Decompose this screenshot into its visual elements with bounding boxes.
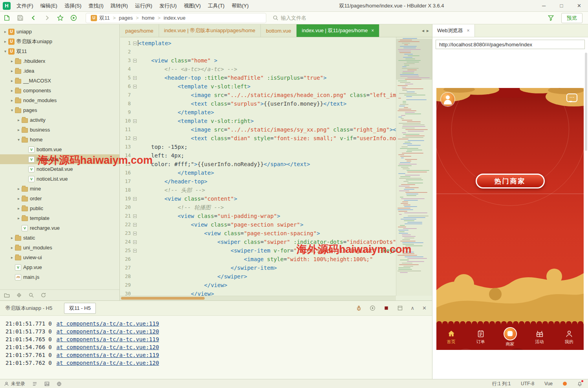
expand-arrow[interactable]: ▾ (16, 137, 22, 142)
tree-item[interactable]: ▸uview-ui (0, 253, 119, 262)
back-icon[interactable] (27, 13, 40, 23)
preview-button[interactable]: 预览 (561, 13, 583, 23)
tree-item[interactable]: ▸business (0, 125, 119, 135)
image-icon[interactable] (44, 381, 49, 386)
tree-item[interactable]: ▸components (0, 86, 119, 95)
expand-arrow[interactable]: ▸ (9, 88, 15, 93)
expand-arrow[interactable]: ▾ (2, 49, 8, 53)
update-dot-icon[interactable] (563, 382, 567, 386)
tree-item[interactable]: ▸public (0, 203, 119, 213)
log-source-link[interactable]: at components/a-tc/a-tc.vue:120 (57, 328, 159, 335)
bell-icon[interactable] (577, 381, 583, 386)
fold-marker-icon[interactable] (132, 212, 138, 220)
maximize-icon[interactable]: □ (553, 0, 570, 12)
menu-item[interactable]: 视图(V) (180, 0, 204, 12)
tab-scroll-right-icon[interactable]: ▸ (427, 28, 429, 33)
expand-arrow[interactable]: ▸ (9, 79, 15, 83)
browser-tab-close-icon[interactable]: × (467, 28, 470, 33)
console-tab[interactable]: 帝启版本uniapp - H5 (5, 305, 52, 312)
expand-arrow[interactable]: ▸ (9, 236, 15, 240)
code-line[interactable]: 24 <swiper class="swiper" :indicator-dot… (120, 238, 396, 246)
code-line[interactable]: 4 <!-- <a-tc></a-tc> --> (120, 65, 396, 73)
fold-marker-icon[interactable] (132, 246, 138, 255)
tree-item[interactable]: Vrecharge.vue (0, 223, 119, 233)
tab-bar-item-activity[interactable]: 活动 (525, 329, 554, 345)
code-line[interactable]: 7 <image src="../../static/images/heade_… (120, 91, 396, 99)
expand-arrow[interactable]: ▸ (9, 59, 15, 63)
new-folder-icon[interactable] (4, 292, 10, 298)
preview-scrollbar[interactable] (585, 53, 587, 151)
tree-item[interactable]: ▸U帝启版本uniapp (0, 37, 119, 46)
expand-arrow[interactable]: ▸ (16, 196, 22, 201)
search-input[interactable] (281, 15, 399, 21)
tree-item[interactable]: ▸Uuniapp (0, 27, 119, 37)
fold-marker-icon[interactable] (132, 82, 138, 91)
code-line[interactable]: 5 <header-top :title="headTitle" :isSurp… (120, 73, 396, 82)
fold-marker-icon[interactable] (132, 194, 138, 203)
language-mode[interactable]: Vue (544, 381, 553, 386)
minimap-viewport[interactable] (396, 39, 432, 80)
code-line[interactable]: 26 <image style="width: 100%;height:100%… (120, 255, 396, 264)
code-line[interactable]: 18 <!-- 头部 --> (120, 186, 396, 194)
expand-arrow[interactable]: ▾ (9, 108, 15, 112)
code-line[interactable]: 29 </view> (120, 281, 396, 289)
tree-item[interactable]: VnoticeList.vue (0, 174, 119, 184)
expand-arrow[interactable]: ▸ (16, 118, 22, 122)
minimap[interactable] (396, 37, 432, 296)
file-search[interactable] (273, 15, 544, 21)
breadcrumb-item[interactable]: home (142, 15, 155, 21)
code-line[interactable]: 1<template> (120, 39, 396, 48)
tab-scroll-left-icon[interactable]: ◂ (422, 28, 424, 33)
log-source-link[interactable]: at components/a-tc/a-tc.vue:120 (57, 360, 159, 366)
breadcrumb-item[interactable]: pages (119, 15, 133, 21)
browser-tab[interactable]: Web浏览器 × (432, 24, 475, 37)
menu-item[interactable]: 运行(R) (132, 0, 156, 12)
code-line[interactable]: 20 <!-- 轮播图 --> (120, 203, 396, 212)
close-icon[interactable]: ✕ (570, 0, 588, 12)
horizontal-scrollbar[interactable] (120, 296, 396, 300)
code-line[interactable]: 6 <template v-slot:left> (120, 82, 396, 91)
code-line[interactable]: 13 top: -15px; (120, 143, 396, 151)
expand-arrow[interactable]: ▸ (9, 98, 15, 102)
tree-item[interactable]: ▸activity (0, 115, 119, 125)
log-source-link[interactable]: at components/a-tc/a-tc.vue:119 (57, 352, 159, 358)
code-line[interactable]: 23 <view class="page-section-spacing"> (120, 229, 396, 238)
expand-arrow[interactable]: ▸ (2, 39, 8, 44)
expand-arrow[interactable]: ▸ (16, 128, 22, 132)
frame-icon[interactable] (397, 305, 403, 311)
tab-bar-item-order[interactable]: 订单 (466, 329, 495, 345)
code-line[interactable]: 10 <template v-slot:right> (120, 117, 396, 125)
fold-marker-icon[interactable] (132, 39, 138, 48)
tree-item[interactable]: ▸order (0, 194, 119, 203)
save-icon[interactable] (13, 13, 27, 23)
menu-item[interactable]: 发行(U) (156, 0, 180, 12)
tree-item[interactable]: ▸.idea (0, 66, 119, 76)
refresh-tree-icon[interactable] (40, 292, 46, 298)
message-icon[interactable]: ⋯ (566, 93, 577, 102)
expand-arrow[interactable]: ▸ (2, 29, 8, 34)
fold-marker-icon[interactable] (132, 238, 138, 246)
tree-item[interactable]: JSmain.js (0, 272, 119, 282)
menu-item[interactable]: 编辑(E) (37, 0, 61, 12)
fold-marker-icon[interactable] (132, 56, 138, 65)
code-line[interactable]: 30 </view> (120, 289, 396, 296)
encoding[interactable]: UTF-8 (521, 381, 534, 386)
tab-bar-item-home[interactable]: 首页 (436, 329, 466, 345)
tree-item[interactable]: ▾home (0, 135, 119, 145)
scrollbar-thumb[interactable] (121, 297, 205, 300)
code-line[interactable]: 28 </swiper> (120, 272, 396, 281)
log-source-link[interactable]: at components/a-tc/a-tc.vue:119 (57, 320, 159, 327)
url-input[interactable] (436, 42, 584, 48)
expand-arrow[interactable]: ▸ (16, 187, 22, 191)
code-line[interactable]: 8 <text class="surplus">{{userInfo.money… (120, 99, 396, 108)
code-line[interactable]: 11 <image src="../../static/images/sy_xx… (120, 125, 396, 134)
tree-item[interactable]: ▸__MACOSX (0, 76, 119, 86)
tree-item[interactable]: ▸.hbuilderx (0, 56, 119, 66)
new-file-icon[interactable] (0, 13, 13, 23)
code-line[interactable]: 21 <view class="uni-padding-wrap"> (120, 212, 396, 220)
fold-marker-icon[interactable] (132, 220, 138, 229)
tree-item[interactable]: ▸template (0, 213, 119, 223)
code-line[interactable]: 9 </template> (120, 108, 396, 117)
log-source-link[interactable]: at components/a-tc/a-tc.vue:119 (57, 336, 159, 342)
filter-icon[interactable] (544, 13, 557, 23)
